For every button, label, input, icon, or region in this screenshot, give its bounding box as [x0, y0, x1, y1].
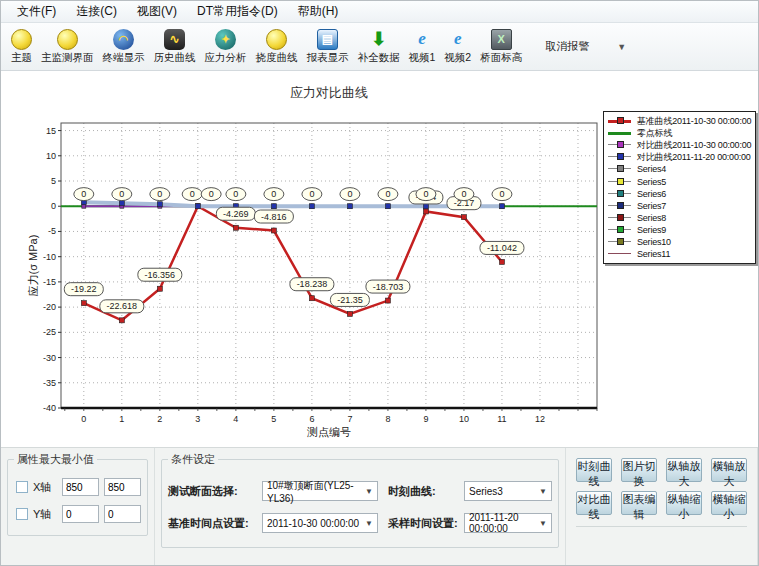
theme-balloon-icon — [11, 29, 32, 50]
legend-item: 零点标线 — [608, 127, 753, 139]
svg-text:-4.816: -4.816 — [261, 212, 287, 222]
svg-text:-20: -20 — [43, 302, 56, 312]
menu-help[interactable]: 帮助(H) — [288, 1, 349, 22]
base-time-label: 基准时间点设置: — [168, 516, 262, 531]
svg-text:7: 7 — [347, 414, 352, 424]
y-min-input[interactable] — [62, 505, 99, 523]
menu-dt-commands[interactable]: DT常用指令(D) — [187, 1, 288, 22]
svg-text:-21.35: -21.35 — [337, 295, 363, 305]
x-axis-row: X轴 — [16, 478, 141, 496]
image-switch-button[interactable]: 图片切换 — [621, 458, 657, 482]
toolbar-button-stress-analysis[interactable]: ✦ 应力分析 — [201, 28, 251, 66]
sample-time-label: 采样时间设置: — [388, 516, 464, 531]
svg-text:2: 2 — [157, 414, 162, 424]
menu-file[interactable]: 文件(F) — [7, 1, 66, 22]
svg-text:0: 0 — [385, 189, 390, 199]
toolbar-button-history-curve[interactable]: ∿ 历史曲线 — [150, 28, 200, 66]
compare-curve-button[interactable]: 对比曲线 — [576, 491, 612, 515]
toolbar-label: 终端显示 — [103, 51, 145, 65]
moment-curve-button[interactable]: 时刻曲线 — [576, 458, 612, 482]
svg-text:15: 15 — [46, 126, 56, 136]
x-axis-zoom-in-button[interactable]: 横轴放大 — [711, 458, 747, 482]
bridge-elevation-excel-icon: X — [491, 29, 512, 50]
svg-text:应力(σ MPa): 应力(σ MPa) — [27, 235, 39, 297]
video2-ie-icon: e — [447, 29, 468, 50]
chevron-down-icon: ▼ — [617, 42, 626, 52]
legend-item: 对比曲线2011-10-30 00:00:00 — [608, 139, 753, 151]
base-time-combo[interactable]: 2011-10-30 00:00:00 ▼ — [262, 513, 378, 533]
svg-text:0: 0 — [81, 414, 86, 424]
svg-text:-25: -25 — [43, 327, 56, 337]
svg-text:-35: -35 — [43, 378, 56, 388]
toolbar-label: 视频2 — [444, 51, 471, 65]
chart-actions-section: 时刻曲线 图片切换 纵轴放大 横轴放大 对比曲线 图表编辑 纵轴缩小 横轴缩小 — [566, 448, 758, 565]
toolbar-label: 历史曲线 — [154, 51, 196, 65]
x-axis-label: X轴 — [33, 480, 57, 495]
y-axis-zoom-in-button[interactable]: 纵轴放大 — [666, 458, 702, 482]
toolbar-button-video1[interactable]: e 视频1 — [405, 28, 440, 66]
moment-curve-combo[interactable]: Series3 ▼ — [464, 481, 552, 501]
condition-groupbox: 条件设定 测试断面选择: 10#墩顶断面(YL25-YL36) ▼ 时刻曲线: … — [161, 452, 559, 548]
svg-text:9: 9 — [423, 414, 428, 424]
toolbar-button-main-monitor[interactable]: 主监测界面 — [37, 28, 98, 66]
section-select-combo[interactable]: 10#墩顶断面(YL25-YL36) ▼ — [262, 481, 378, 501]
toolbar-button-bridge-elevation[interactable]: X 桥面标高 — [476, 28, 526, 66]
legend-item: Series6 — [608, 188, 753, 200]
y-axis-zoom-out-button[interactable]: 纵轴缩小 — [666, 491, 702, 515]
x-max-input[interactable] — [104, 478, 141, 496]
legend-item: 基准曲线2011-10-30 00:00:00 — [608, 115, 753, 127]
svg-text:8: 8 — [385, 414, 390, 424]
toolbar-button-terminal-display[interactable]: ◠ 终端显示 — [99, 28, 149, 66]
x-min-input[interactable] — [62, 478, 99, 496]
svg-text:12: 12 — [535, 414, 545, 424]
condition-row-2: 基准时间点设置: 2011-10-30 00:00:00 ▼ 采样时间设置: 2… — [168, 513, 552, 533]
svg-text:0: 0 — [119, 189, 124, 199]
sample-time-combo[interactable]: 2011-11-20 00:00:00 ▼ — [464, 513, 552, 533]
legend-item: 对比曲线2011-11-20 00:00:00 — [608, 151, 753, 163]
chevron-down-icon: ▼ — [539, 487, 547, 496]
toolbar: 主题 主监测界面 ◠ 终端显示 ∿ 历史曲线 ✦ 应力分析 挠度曲线 ▤ 报表显… — [1, 23, 758, 71]
y-axis-checkbox[interactable] — [16, 508, 28, 520]
toolbar-button-deflection-curve[interactable]: 挠度曲线 — [252, 28, 302, 66]
chart-edit-button[interactable]: 图表编辑 — [621, 491, 657, 515]
toolbar-label: 报表显示 — [307, 51, 349, 65]
y-max-input[interactable] — [104, 505, 141, 523]
toolbar-label: 挠度曲线 — [256, 51, 298, 65]
chevron-down-icon: ▼ — [365, 519, 373, 528]
toolbar-button-video2[interactable]: e 视频2 — [440, 28, 475, 66]
svg-text:-18.703: -18.703 — [373, 282, 404, 292]
x-axis-checkbox[interactable] — [16, 481, 28, 493]
legend-item: Series10 — [608, 236, 753, 248]
report-display-icon: ▤ — [317, 29, 338, 50]
base-time-value: 2011-10-30 00:00:00 — [267, 518, 359, 529]
svg-text:0: 0 — [309, 189, 314, 199]
svg-text:4: 4 — [233, 414, 238, 424]
svg-text:3: 3 — [195, 414, 200, 424]
toolbar-button-fill-data[interactable]: ⬇ 补全数据 — [354, 28, 404, 66]
menu-view[interactable]: 视图(V) — [127, 1, 187, 22]
y-axis-label: Y轴 — [33, 507, 57, 522]
svg-text:-15: -15 — [43, 277, 56, 287]
cancel-alarm-dropdown[interactable]: 取消报警 ▼ — [537, 36, 634, 57]
toolbar-button-theme[interactable]: 主题 — [7, 28, 36, 66]
main-monitor-icon — [57, 29, 78, 50]
svg-text:-4.269: -4.269 — [223, 209, 249, 219]
svg-text:-11.042: -11.042 — [487, 243, 517, 253]
toolbar-label: 应力分析 — [205, 51, 247, 65]
toolbar-label: 桥面标高 — [480, 51, 522, 65]
menu-connect[interactable]: 连接(C) — [66, 1, 127, 22]
toolbar-button-report-display[interactable]: ▤ 报表显示 — [303, 28, 353, 66]
svg-text:0: 0 — [190, 189, 195, 199]
chart-legend: 基准曲线2011-10-30 00:00:00零点标线对比曲线2011-10-3… — [603, 111, 756, 264]
svg-text:测点编号: 测点编号 — [307, 426, 351, 438]
svg-text:-30: -30 — [43, 353, 56, 363]
cancel-alarm-label: 取消报警 — [545, 39, 589, 54]
svg-text:11: 11 — [497, 414, 506, 424]
legend-list: 基准曲线2011-10-30 00:00:00零点标线对比曲线2011-10-3… — [608, 115, 753, 260]
svg-text:0: 0 — [51, 201, 56, 211]
svg-text:0: 0 — [423, 189, 428, 199]
x-axis-zoom-out-button[interactable]: 横轴缩小 — [711, 491, 747, 515]
axis-minmax-section: 属性最大最小值 X轴 Y轴 — [1, 448, 155, 565]
svg-text:-5: -5 — [48, 226, 56, 236]
condition-section: 条件设定 测试断面选择: 10#墩顶断面(YL25-YL36) ▼ 时刻曲线: … — [155, 448, 566, 565]
